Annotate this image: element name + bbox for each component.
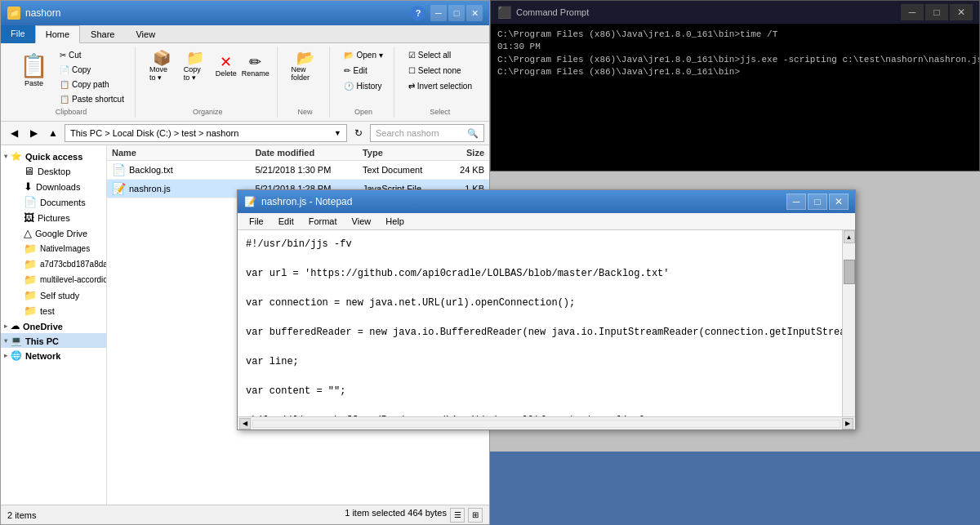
file-name-backlog: 📄 Backlog.txt [112, 163, 255, 176]
open-button[interactable]: 📂 Open ▾ [340, 48, 386, 62]
sidebar-item-documents[interactable]: 📄 Documents [7, 194, 106, 210]
sidebar-item-network[interactable]: ▸ 🌐 Network [1, 348, 106, 363]
copy-button[interactable]: 📄 Copy [56, 63, 128, 77]
scroll-right-button[interactable]: ▶ [842, 418, 853, 429]
maximize-button[interactable]: □ [448, 5, 465, 21]
new-folder-button[interactable]: 📂 New folder [287, 48, 323, 84]
sidebar-item-desktop[interactable]: 🖥 Desktop [7, 163, 106, 179]
sidebar-item-nativeimages[interactable]: 📁 NativeImages [7, 241, 106, 256]
delete-label: Delete [216, 69, 237, 78]
edit-button[interactable]: ✏ Edit [340, 64, 371, 78]
select-all-button[interactable]: ☑ Select all [404, 48, 476, 62]
paste-shortcut-label: Paste shortcut [72, 95, 124, 104]
menu-help[interactable]: Help [379, 215, 411, 228]
menu-view[interactable]: View [345, 215, 378, 228]
minimize-button[interactable]: ─ [430, 5, 447, 21]
select-none-button[interactable]: ☐ Select none [404, 64, 476, 78]
tab-file[interactable]: File [1, 25, 35, 43]
help-button[interactable]: ? [411, 6, 425, 20]
notepad-menu: File Edit Format View Help [238, 213, 855, 230]
cmd-close-button[interactable]: ✕ [950, 4, 973, 20]
column-date: Date modified [255, 148, 363, 158]
sidebar-item-onedrive[interactable]: ▸ ☁ OneDrive [1, 318, 106, 333]
move-to-button[interactable]: 📦 Move to ▾ [145, 48, 178, 84]
cmd-maximize-button[interactable]: □ [925, 4, 948, 20]
sidebar-item-thispc[interactable]: ▾ 💻 This PC [1, 333, 106, 348]
cmd-line-1: C:\Program Files (x86)\Java\jre1.8.0_161… [497, 29, 973, 41]
paste-shortcut-button[interactable]: 📋 Paste shortcut [56, 92, 128, 106]
nashron-name: nashron.js [129, 184, 171, 194]
network-label: Network [25, 351, 60, 361]
tab-share[interactable]: Share [80, 25, 125, 43]
documents-label: Documents [40, 198, 86, 207]
sidebar-item-pictures[interactable]: 🖼 Pictures [7, 210, 106, 225]
notepad-text-area[interactable]: #!/usr/bin/jjs -fv var url = 'https://gi… [238, 230, 842, 416]
nativeimages-icon: 📁 [24, 242, 37, 255]
invert-icon: ⇄ [408, 82, 415, 91]
forward-button[interactable]: ▶ [25, 125, 42, 141]
delete-button[interactable]: ✕ Delete [213, 52, 239, 80]
menu-format[interactable]: Format [302, 215, 344, 228]
sidebar-item-googledrive[interactable]: △ Google Drive [7, 225, 106, 241]
address-path[interactable]: This PC > Local Disk (C:) > test > nasho… [65, 124, 347, 142]
menu-edit[interactable]: Edit [272, 215, 301, 228]
detail-view-button[interactable]: ⊞ [468, 508, 483, 523]
scrollbar-thumb[interactable] [844, 260, 855, 284]
nativeimages-label: NativeImages [40, 244, 90, 253]
backlog-file-icon: 📄 [112, 163, 126, 176]
horizontal-scroll-track[interactable] [252, 420, 840, 428]
backlog-size: 24 KB [434, 165, 484, 175]
notepad-vertical-scrollbar[interactable]: ▲ [842, 230, 855, 416]
search-box[interactable]: Search nashorn 🔍 [370, 124, 484, 142]
edit-label: Edit [353, 66, 367, 75]
status-right-text: 1 item selected 464 bytes [345, 508, 447, 523]
tab-home[interactable]: Home [35, 25, 80, 43]
status-left: 2 items [7, 510, 36, 520]
copy-to-button[interactable]: 📁 Copy to ▾ [180, 48, 212, 84]
sidebar-item-test[interactable]: 📁 test [7, 303, 106, 318]
up-button[interactable]: ▲ [45, 125, 61, 141]
back-button[interactable]: ◀ [6, 125, 22, 141]
sidebar-item-multilevel[interactable]: 📁 multilevel-accordio [7, 272, 106, 287]
copy-to-icon: 📁 [186, 51, 204, 65]
quick-access-icon: ⭐ [11, 151, 22, 162]
cmd-line-4: C:\Program Files (x86)\Java\jre1.8.0_161… [497, 54, 973, 66]
cut-button[interactable]: ✂ Cut [56, 48, 128, 62]
open-icon: 📂 [344, 51, 354, 60]
sidebar-item-downloads[interactable]: ⬇ Downloads [7, 179, 106, 194]
close-button[interactable]: ✕ [466, 5, 483, 21]
sidebar-item-a7d73[interactable]: 📁 a7d73cbd187a8da [7, 256, 106, 272]
history-button[interactable]: 🕐 History [340, 79, 385, 93]
rename-icon: ✏ [249, 55, 261, 69]
scroll-up-button[interactable]: ▲ [844, 230, 855, 243]
refresh-button[interactable]: ↻ [350, 125, 367, 141]
downloads-label: Downloads [36, 182, 80, 192]
list-view-button[interactable]: ☰ [450, 508, 465, 523]
ribbon-tabs: File Home Share View [1, 25, 489, 43]
cmd-window: ⬛ Command Prompt ─ □ ✕ C:\Program Files … [490, 0, 980, 171]
rename-button[interactable]: ✏ Rename [241, 52, 270, 80]
invert-selection-button[interactable]: ⇄ Invert selection [404, 79, 476, 93]
scroll-left-button[interactable]: ◀ [239, 418, 251, 429]
new-folder-label: New folder [292, 65, 319, 82]
sidebar-item-selfstudy[interactable]: 📁 Self study [7, 287, 106, 303]
paste-label: Paste [24, 79, 43, 87]
cmd-minimize-button[interactable]: ─ [901, 4, 924, 20]
notepad-title-bar: 📝 nashron.js - Notepad ─ □ ✕ [238, 190, 855, 213]
notepad-horizontal-scrollbar[interactable]: ◀ ▶ [238, 416, 855, 429]
menu-file[interactable]: File [243, 215, 270, 228]
copy-path-button[interactable]: 📋 Copy path [56, 78, 128, 91]
notepad-close-button[interactable]: ✕ [829, 194, 849, 210]
notepad-maximize-button[interactable]: □ [808, 194, 827, 210]
select-all-label: Select all [418, 51, 452, 60]
file-row-backlog[interactable]: 📄 Backlog.txt 5/21/2018 1:30 PM Text Doc… [107, 161, 489, 180]
notepad-window: 📝 nashron.js - Notepad ─ □ ✕ File Edit F… [237, 189, 856, 430]
paste-button[interactable]: 📋 Paste [14, 48, 54, 91]
tab-view[interactable]: View [125, 25, 166, 43]
notepad-minimize-button[interactable]: ─ [786, 194, 806, 210]
multilevel-icon: 📁 [24, 274, 37, 286]
history-label: History [356, 82, 381, 91]
notepad-window-icon: 📝 [244, 196, 256, 207]
sidebar-item-quick-access[interactable]: ▾ ⭐ Quick access [1, 149, 106, 163]
cmd-window-icon: ⬛ [497, 6, 511, 19]
